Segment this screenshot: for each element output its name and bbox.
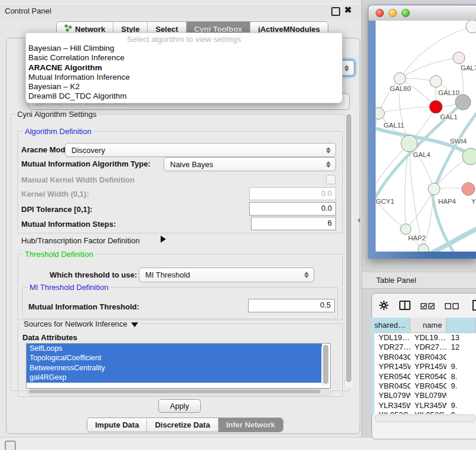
table-row[interactable]: YIL053CYIL053C9. xyxy=(374,410,476,414)
tab-impute-data[interactable]: Impute Data xyxy=(87,418,147,432)
table-column-header[interactable] xyxy=(446,318,476,332)
network-node-node-y[interactable] xyxy=(462,182,475,195)
network-node-label: GAL7 xyxy=(461,64,476,71)
network-node-node-top[interactable] xyxy=(466,21,476,33)
node-table[interactable]: shared…nameYDL19…YDL19…13YDR27…YDR27…12Y… xyxy=(374,318,476,414)
table-row[interactable]: YPR145WYPR145W9. xyxy=(374,362,476,371)
table-row[interactable]: YBR043CYBR043C xyxy=(374,353,476,362)
list-horizontal-scrollbar[interactable] xyxy=(27,389,331,396)
network-edge[interactable] xyxy=(379,107,436,113)
network-node-GAL10[interactable] xyxy=(430,76,442,87)
algorithm-option[interactable]: ARACNE Algorithm xyxy=(26,63,342,73)
network-node-GAL4[interactable] xyxy=(401,135,418,152)
document-icon[interactable] xyxy=(472,300,476,313)
table-cell: YDR27… xyxy=(410,343,447,352)
threshold-definition-title: Threshold Definition xyxy=(22,250,96,258)
mi-type-combobox[interactable]: Naive Bayes xyxy=(164,157,336,171)
data-attribute-item[interactable]: gal4RGexp xyxy=(27,373,322,382)
data-attributes-label: Data Attributes xyxy=(22,333,77,342)
mi-steps-field[interactable]: 6 xyxy=(251,217,336,230)
algorithm-option[interactable]: Basic Correlation Inference xyxy=(26,53,342,63)
apply-button[interactable]: Apply xyxy=(158,399,201,413)
data-attribute-item[interactable]: SelfLoops xyxy=(27,344,322,353)
table-cell xyxy=(446,353,476,362)
network-node-label: GAL1 xyxy=(440,113,457,120)
aracne-mode-combobox[interactable]: Discovery xyxy=(65,143,336,157)
control-panel-titlebar xyxy=(0,4,361,19)
table-cell: YBR045C xyxy=(410,381,447,391)
table-toolbar xyxy=(379,298,473,315)
collapse-arrow-icon[interactable] xyxy=(131,322,138,327)
data-attribute-item[interactable]: TopologicalCoefficient xyxy=(27,353,322,363)
data-attribute-item[interactable]: BetweennessCentrality xyxy=(27,363,322,373)
data-attributes-list[interactable]: SelfLoopsTopologicalCoefficientBetweenne… xyxy=(26,343,331,389)
list-vertical-scrollbar[interactable] xyxy=(321,344,329,386)
table-row[interactable]: YBR045CYBR045C9. xyxy=(374,381,476,391)
scrollbar-thumb[interactable] xyxy=(29,390,321,393)
network-node-GAL7[interactable] xyxy=(453,52,465,64)
scrollbar-thumb[interactable] xyxy=(346,114,351,382)
table-row[interactable]: YER054CYER054C8. xyxy=(374,372,476,381)
table-row[interactable]: YLR345WYLR345W9. xyxy=(374,401,476,410)
split-columns-icon[interactable] xyxy=(399,301,410,312)
kernel-width-field[interactable]: 0.0 xyxy=(249,187,336,200)
table-row[interactable]: YBL079WYBL079W xyxy=(374,391,476,400)
algorithm-option[interactable]: Bayesian – Hill Climbing xyxy=(26,44,342,53)
deselect-all-checkboxes-icon[interactable] xyxy=(445,301,459,312)
mi-type-label: Mutual Information Algorithm Type: xyxy=(21,159,151,168)
tab-infer-network[interactable]: Infer Network xyxy=(219,418,283,432)
close-panel-icon[interactable]: ✖ xyxy=(344,5,352,15)
table-column-header[interactable]: shared… xyxy=(374,318,410,332)
zoom-window-icon[interactable] xyxy=(402,9,410,17)
docked-panel-icon[interactable] xyxy=(5,441,16,450)
network-node-node-gray[interactable] xyxy=(455,94,471,110)
network-edge[interactable] xyxy=(400,58,459,79)
table-cell: 13 xyxy=(446,333,476,343)
mi-threshold-field[interactable]: 0.5 xyxy=(248,299,335,312)
network-window-titlebar[interactable] xyxy=(369,5,476,21)
table-row[interactable]: YDL19…YDL19…13 xyxy=(374,333,476,343)
network-node-label: GAL10 xyxy=(438,89,459,96)
network-node-GAL1[interactable] xyxy=(429,100,442,113)
mi-threshold-definition-title: MI Threshold Definition xyxy=(27,283,110,291)
mi-threshold-label: Mutual Information Threshold: xyxy=(28,302,139,311)
network-edge[interactable] xyxy=(376,144,409,192)
network-node-SWI4[interactable] xyxy=(462,148,476,165)
splitpane-collapse-icon[interactable] xyxy=(357,218,360,223)
table-cell: YER054C xyxy=(374,372,410,381)
algorithm-option[interactable]: Mutual Information Inference xyxy=(26,73,342,82)
network-node-GAL11[interactable] xyxy=(376,107,384,119)
network-canvas[interactable]: GAL7GAL80GAL10GAL1GAL11SWI4GAL4HAP4YGCY1… xyxy=(376,21,476,252)
table-panel-titlebar: Table Panel xyxy=(362,272,476,289)
dpi-tolerance-label: DPI Tolerance [0,1]: xyxy=(21,205,92,214)
scrollbar-thumb[interactable] xyxy=(323,345,328,384)
table-cell: 12 xyxy=(446,343,476,352)
table-cell: YPR145W xyxy=(374,362,410,371)
cyni-algorithm-settings-title: Cyni Algorithm Settings xyxy=(15,110,99,118)
network-node-node-bottom[interactable] xyxy=(418,244,429,252)
minimize-window-icon[interactable] xyxy=(389,9,397,17)
table-horizontal-scrollbar[interactable] xyxy=(375,415,475,422)
algorithm-option[interactable]: Dream8 DC_TDC Algorithm xyxy=(26,92,342,101)
settings-vertical-scrollbar[interactable] xyxy=(344,113,353,388)
network-edge[interactable] xyxy=(409,144,423,249)
gear-icon[interactable] xyxy=(379,300,389,313)
network-node-HAP4[interactable] xyxy=(428,183,440,195)
table-cell: 9. xyxy=(446,381,476,391)
network-node-GAL80[interactable] xyxy=(394,73,406,84)
algorithm-option[interactable]: Bayesian – K2 xyxy=(26,82,342,92)
table-column-header[interactable]: name xyxy=(410,318,447,332)
expand-arrow-icon[interactable] xyxy=(161,236,166,243)
manual-kernel-checkbox[interactable] xyxy=(326,175,335,184)
tab-discretize-data[interactable]: Discretize Data xyxy=(147,418,218,432)
select-all-checkboxes-icon[interactable] xyxy=(420,301,435,312)
network-node-HAP2[interactable] xyxy=(400,224,411,234)
dpi-tolerance-field[interactable]: 0.0 xyxy=(249,202,336,216)
bottom-tabs: Impute Data Discretize Data Infer Networ… xyxy=(87,418,283,432)
which-threshold-combobox[interactable]: MI Threshold xyxy=(139,268,314,282)
float-panel-icon[interactable] xyxy=(331,7,340,16)
table-row[interactable]: YDR27…YDR27…12 xyxy=(374,343,476,352)
algorithm-dropdown-popup: Select algorithm to view settings Bayesi… xyxy=(25,32,343,103)
close-window-icon[interactable] xyxy=(376,9,384,17)
table-cell: 9. xyxy=(446,401,476,410)
